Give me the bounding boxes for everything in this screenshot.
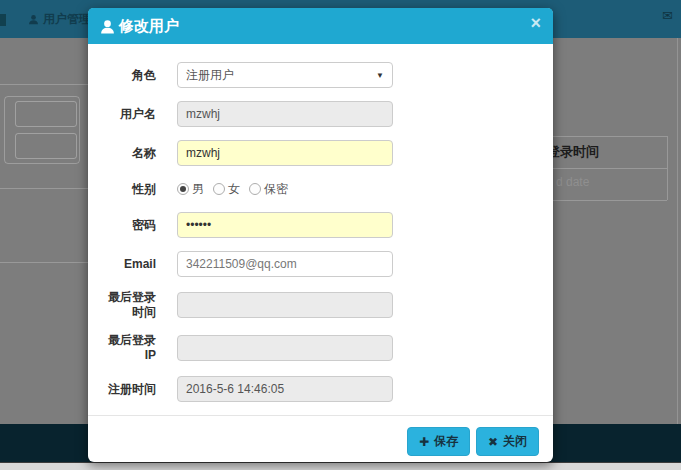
form-row-email: Email	[98, 251, 533, 277]
plus-icon: ✚	[419, 435, 429, 449]
register-time-label: 注册时间	[98, 382, 156, 397]
last-login-ip-field	[177, 335, 393, 361]
radio-unchecked-icon[interactable]	[249, 183, 261, 195]
role-select-value: 注册用户	[186, 67, 234, 84]
gender-secret-label: 保密	[264, 181, 288, 198]
gender-radio-female[interactable]: 女	[213, 181, 240, 198]
save-button[interactable]: ✚ 保存	[407, 427, 470, 456]
chevron-down-icon: ▼	[376, 71, 384, 80]
radio-checked-icon[interactable]	[177, 183, 189, 195]
username-label: 用户名	[98, 107, 156, 122]
form-row-username: 用户名	[98, 101, 533, 127]
close-button-label: 关闭	[503, 433, 527, 450]
email-field[interactable]	[177, 251, 393, 277]
form-row-password: 密码	[98, 212, 533, 238]
name-label: 名称	[98, 146, 156, 161]
user-icon	[100, 19, 115, 34]
username-field	[177, 101, 393, 127]
role-select[interactable]: 注册用户 ▼	[177, 62, 393, 88]
x-icon: ✖	[488, 435, 498, 449]
form-row-register-time: 注册时间	[98, 376, 533, 402]
register-time-field	[177, 376, 393, 402]
modal-body: 角色 注册用户 ▼ 用户名 名称 性别 男 女	[88, 44, 553, 415]
gender-label: 性别	[98, 182, 156, 197]
form-row-role: 角色 注册用户 ▼	[98, 62, 533, 88]
gender-female-label: 女	[228, 181, 240, 198]
last-login-time-field	[177, 292, 393, 318]
role-label: 角色	[98, 68, 156, 83]
last-login-time-label: 最后登录时间	[98, 290, 156, 320]
form-row-last-login-ip: 最后登录IP	[98, 333, 533, 363]
name-field[interactable]	[177, 140, 393, 166]
modal-header: 修改用户 ×	[88, 8, 553, 44]
modal-footer: ✚ 保存 ✖ 关闭	[88, 415, 553, 467]
form-row-gender: 性别 男 女 保密	[98, 179, 533, 199]
form-row-last-login-time: 最后登录时间	[98, 290, 533, 320]
edit-user-modal: 修改用户 × 角色 注册用户 ▼ 用户名 名称 性别 男	[88, 8, 553, 462]
gender-radio-secret[interactable]: 保密	[249, 181, 288, 198]
last-login-ip-label: 最后登录IP	[98, 333, 156, 363]
radio-unchecked-icon[interactable]	[213, 183, 225, 195]
close-icon[interactable]: ×	[530, 14, 541, 32]
form-row-name: 名称	[98, 140, 533, 166]
close-button[interactable]: ✖ 关闭	[476, 427, 539, 456]
modal-title-text: 修改用户	[119, 17, 179, 36]
gender-male-label: 男	[192, 181, 204, 198]
gender-radio-group: 男 女 保密	[177, 181, 288, 198]
email-label: Email	[98, 257, 156, 272]
password-label: 密码	[98, 218, 156, 233]
password-field[interactable]	[177, 212, 393, 238]
gender-radio-male[interactable]: 男	[177, 181, 204, 198]
save-button-label: 保存	[434, 433, 458, 450]
modal-title: 修改用户	[100, 17, 179, 36]
